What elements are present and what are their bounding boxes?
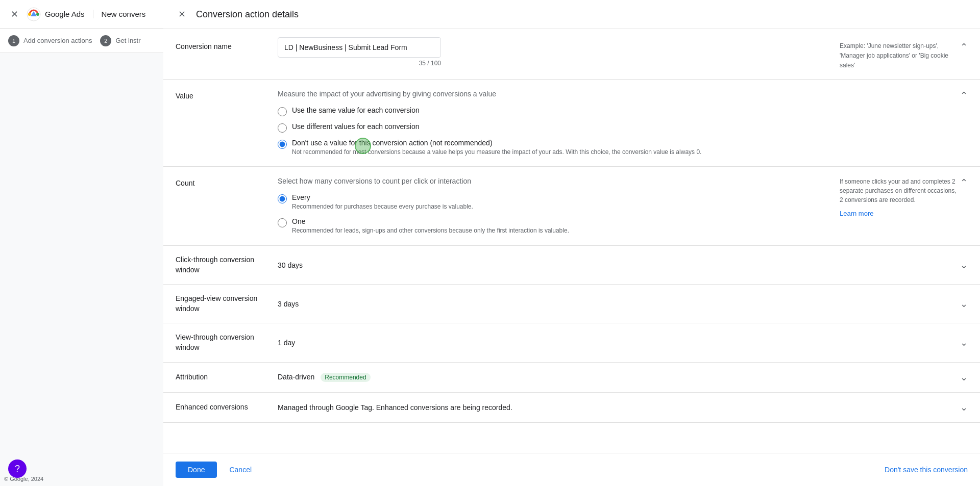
value-option3-label: Don't use a value for this conversion ac… [292, 139, 701, 147]
step-1: 1 Add conversion actions [8, 35, 92, 46]
value-radio-group: Use the same value for each conversion U… [278, 106, 827, 157]
google-ads-logo: Google Ads [27, 7, 85, 21]
count-option1-sublabel: Recommended for purchases because every … [292, 202, 473, 211]
attribution-value: Data-driven Recommended [278, 373, 960, 382]
conversion-name-input-wrap: 35 / 100 [278, 37, 827, 67]
copyright-text: © Google, 2024 [4, 476, 43, 482]
count-option2[interactable]: One Recommended for leads, sign-ups and … [278, 217, 827, 235]
click-through-row[interactable]: Click-through conversion window 30 days … [163, 246, 980, 285]
conversion-name-section: Conversion name 35 / 100 Example: 'June … [163, 29, 980, 80]
click-through-label: Click-through conversion window [176, 255, 278, 275]
value-radio-2[interactable] [278, 123, 287, 133]
count-aside: If someone clicks your ad and completes … [827, 177, 960, 219]
enhanced-conversions-label: Enhanced conversions [176, 402, 278, 413]
view-through-chevron-icon: ⌄ [960, 337, 968, 348]
dialog-close-button[interactable]: ✕ [176, 8, 188, 20]
count-option1-label: Every [292, 193, 473, 201]
recommended-badge: Recommended [321, 373, 370, 382]
count-option1[interactable]: Every Recommended for purchases because … [278, 193, 827, 211]
view-through-value: 1 day [278, 339, 960, 347]
app-name-text: Google Ads [45, 10, 85, 18]
conversion-name-chevron[interactable]: ⌃ [960, 37, 968, 53]
step-2-circle: 2 [100, 35, 111, 46]
dialog-title: Conversion action details [196, 9, 299, 20]
engaged-view-chevron-icon: ⌄ [960, 298, 968, 310]
support-button[interactable]: ? [8, 459, 27, 478]
attribution-row[interactable]: Attribution Data-driven Recommended ⌄ [163, 363, 980, 393]
dialog-footer: Done Cancel Don't save this conversion [163, 453, 980, 486]
conversion-name-input[interactable] [278, 37, 441, 58]
enhanced-conversions-value: Managed through Google Tag. Enhanced con… [278, 403, 960, 412]
value-option3[interactable]: Don't use a value for this conversion ac… [278, 139, 827, 157]
done-button[interactable]: Done [176, 462, 217, 478]
click-through-chevron-icon: ⌄ [960, 260, 968, 271]
count-section: Count Select how many conversions to cou… [163, 167, 980, 246]
page-title-text: New convers [93, 10, 146, 18]
count-description: Select how many conversions to count per… [278, 177, 827, 185]
conversion-name-aside: Example: 'June newsletter sign-ups', 'Ma… [827, 37, 960, 71]
view-through-row[interactable]: View-through conversion window 1 day ⌄ [163, 323, 980, 362]
conversion-name-counter: 35 / 100 [278, 60, 441, 67]
dialog-close-icon: ✕ [178, 9, 186, 20]
engaged-view-value: 3 days [278, 300, 960, 308]
attribution-label: Attribution [176, 372, 278, 382]
value-option2[interactable]: Use different values for each conversion [278, 122, 827, 133]
count-content: Select how many conversions to count per… [278, 177, 827, 235]
google-ads-logo-icon [27, 7, 41, 21]
steps-bar: 1 Add conversion actions 2 Get instr [0, 29, 163, 53]
cancel-button[interactable]: Cancel [221, 462, 260, 478]
value-chevron[interactable]: ⌃ [960, 90, 968, 101]
value-content: Measure the impact of your advertising b… [278, 90, 827, 157]
value-option1-label: Use the same value for each conversion [292, 106, 420, 114]
learn-more-link[interactable]: Learn more [840, 209, 960, 219]
value-option1[interactable]: Use the same value for each conversion [278, 106, 827, 116]
count-chevron[interactable]: ⌃ [960, 177, 968, 188]
value-radio-1[interactable] [278, 107, 287, 116]
dialog-body: Conversion name 35 / 100 Example: 'June … [163, 29, 980, 453]
step-1-label: Add conversion actions [23, 37, 92, 44]
value-radio-3[interactable] [278, 140, 287, 149]
value-description: Measure the impact of your advertising b… [278, 90, 827, 98]
step-2-label: Get instr [115, 37, 140, 44]
value-header-row: Value Measure the impact of your adverti… [176, 90, 968, 157]
bg-close-button[interactable]: ✕ [8, 8, 20, 20]
engaged-view-label: Engaged-view conversion window [176, 294, 278, 314]
count-option2-sublabel: Recommended for leads, sign-ups and othe… [292, 226, 569, 235]
dont-save-link[interactable]: Don't save this conversion [885, 466, 968, 474]
value-option2-label: Use different values for each conversion [292, 122, 420, 131]
value-option3-sublabel: Not recommended for most conversions bec… [292, 148, 701, 157]
bg-close-icon: ✕ [11, 9, 18, 20]
dialog-header: ✕ Conversion action details [163, 0, 980, 29]
count-radio-group: Every Recommended for purchases because … [278, 193, 827, 235]
conversion-name-row: Conversion name 35 / 100 Example: 'June … [176, 37, 968, 71]
click-through-value: 30 days [278, 261, 960, 269]
enhanced-conversions-row[interactable]: Enhanced conversions Managed through Goo… [163, 393, 980, 423]
attribution-chevron-icon: ⌄ [960, 372, 968, 383]
count-option2-label: One [292, 217, 569, 225]
view-through-label: View-through conversion window [176, 332, 278, 352]
step-2: 2 Get instr [100, 35, 140, 46]
value-label: Value [176, 90, 278, 100]
count-radio-1[interactable] [278, 194, 287, 203]
conversion-name-label: Conversion name [176, 37, 278, 50]
count-label: Count [176, 177, 278, 187]
engaged-view-row[interactable]: Engaged-view conversion window 3 days ⌄ [163, 285, 980, 323]
conversion-action-dialog: ✕ Conversion action details Conversion n… [163, 0, 980, 486]
step-1-circle: 1 [8, 35, 19, 46]
count-header-row: Count Select how many conversions to cou… [176, 177, 968, 235]
enhanced-conversions-chevron-icon: ⌄ [960, 402, 968, 413]
count-radio-2[interactable] [278, 218, 287, 227]
svg-point-2 [36, 13, 39, 16]
value-section: Value Measure the impact of your adverti… [163, 80, 980, 167]
svg-point-1 [28, 13, 31, 16]
